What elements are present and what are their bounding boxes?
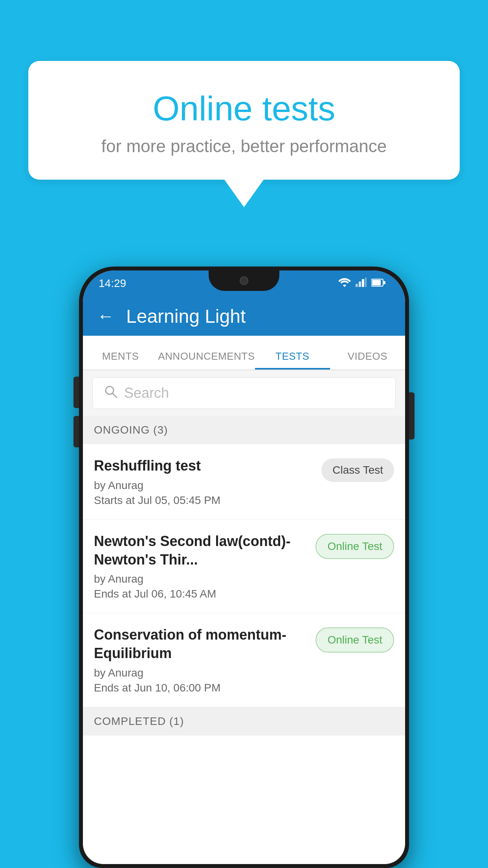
back-button[interactable]: ←: [97, 307, 114, 325]
phone-frame: 14:29: [79, 267, 409, 868]
test-info-1: Reshuffling test by Anurag Starts at Jul…: [94, 457, 321, 507]
svg-rect-0: [356, 284, 358, 287]
tab-videos[interactable]: VIDEOS: [330, 350, 405, 370]
test-date-2: Ends at Jul 06, 10:45 AM: [94, 588, 308, 600]
test-badge-3: Online Test: [316, 627, 394, 653]
test-author-1: by Anurag: [94, 479, 314, 492]
volume-down-button: [73, 416, 79, 447]
status-time: 14:29: [99, 277, 126, 290]
test-list: Reshuffling test by Anurag Starts at Jul…: [83, 444, 405, 707]
search-bar[interactable]: Search: [92, 377, 396, 409]
status-icons: [338, 277, 385, 290]
test-date-1: Starts at Jul 05, 05:45 PM: [94, 494, 314, 507]
test-title-1: Reshuffling test: [94, 457, 314, 475]
test-info-2: Newton's Second law(contd)-Newton's Thir…: [94, 532, 316, 601]
test-badge-2: Online Test: [316, 534, 394, 559]
svg-rect-1: [359, 281, 361, 287]
tab-announcements[interactable]: ANNOUNCEMENTS: [158, 350, 255, 370]
notch: [209, 270, 279, 291]
svg-rect-6: [383, 281, 385, 284]
svg-line-8: [113, 394, 117, 397]
test-badge-1: Class Test: [321, 458, 394, 482]
svg-rect-2: [362, 279, 364, 287]
test-title-3: Conservation of momentum-Equilibrium: [94, 626, 308, 663]
ongoing-section-header: ONGOING (3): [83, 416, 405, 444]
test-item-conservation[interactable]: Conservation of momentum-Equilibrium by …: [83, 613, 405, 707]
svg-rect-5: [372, 280, 381, 285]
speech-bubble-title: Online tests: [60, 88, 428, 129]
volume-up-button: [73, 377, 79, 408]
speech-bubble-subtitle: for more practice, better performance: [60, 136, 428, 156]
svg-rect-3: [365, 278, 367, 287]
battery-icon: [371, 277, 385, 290]
test-author-2: by Anurag: [94, 573, 308, 585]
test-item-reshuffling[interactable]: Reshuffling test by Anurag Starts at Jul…: [83, 444, 405, 520]
status-bar: 14:29: [83, 270, 405, 296]
search-container: Search: [83, 370, 405, 416]
test-date-3: Ends at Jun 10, 06:00 PM: [94, 682, 308, 694]
signal-icon: [356, 277, 367, 290]
search-icon: [104, 384, 118, 402]
search-input[interactable]: Search: [124, 385, 169, 401]
wifi-icon: [338, 277, 351, 290]
camera: [240, 276, 248, 285]
test-author-3: by Anurag: [94, 667, 308, 679]
tab-tests[interactable]: TESTS: [255, 350, 330, 370]
speech-bubble-arrow: [224, 180, 264, 207]
tab-bar: MENTS ANNOUNCEMENTS TESTS VIDEOS: [83, 336, 405, 370]
app-bar: ← Learning Light: [83, 296, 405, 336]
speech-bubble: Online tests for more practice, better p…: [28, 61, 460, 180]
test-item-newton[interactable]: Newton's Second law(contd)-Newton's Thir…: [83, 520, 405, 614]
phone-screen: 14:29: [83, 270, 405, 864]
test-title-2: Newton's Second law(contd)-Newton's Thir…: [94, 532, 308, 569]
tab-ments[interactable]: MENTS: [83, 350, 158, 370]
completed-section-header: COMPLETED (1): [83, 707, 405, 736]
power-button: [409, 392, 415, 440]
app-title: Learning Light: [126, 305, 246, 327]
test-info-3: Conservation of momentum-Equilibrium by …: [94, 626, 316, 694]
promo-banner: Online tests for more practice, better p…: [28, 61, 460, 207]
